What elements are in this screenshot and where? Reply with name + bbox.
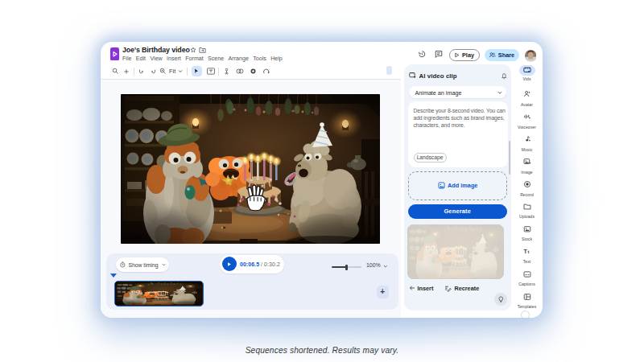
svg-text:T: T: [523, 249, 527, 255]
svg-text:t: t: [527, 249, 529, 254]
